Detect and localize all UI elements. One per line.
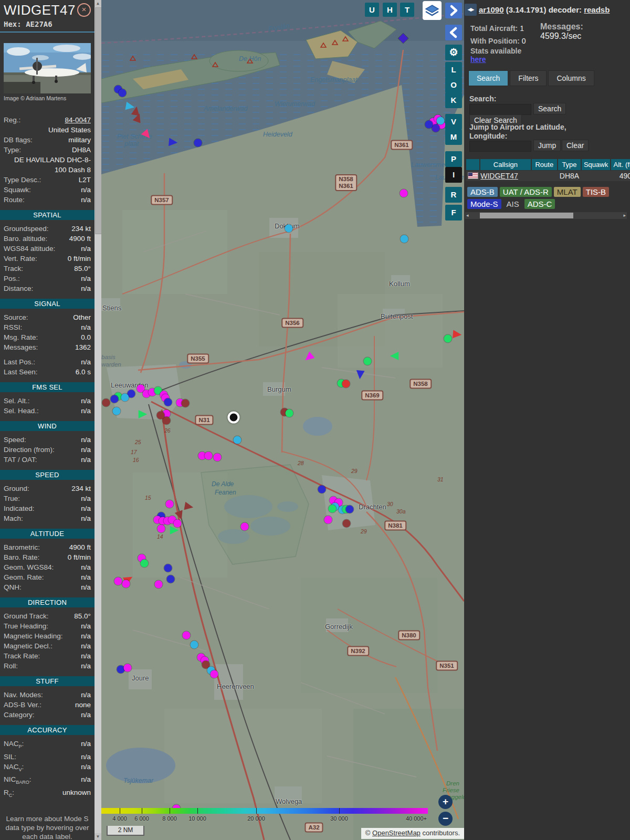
zoom-out-button[interactable]: − <box>438 812 453 826</box>
column-header[interactable]: Alt. (ft) <box>611 159 630 170</box>
aircraft-marker[interactable] <box>183 632 191 639</box>
registration-link[interactable]: 84-0047 <box>65 116 91 124</box>
filter-badge-tis-b[interactable]: TIS-B <box>583 187 609 197</box>
aircraft-marker[interactable] <box>121 394 129 402</box>
layers-button[interactable] <box>423 1 442 20</box>
aircraft-marker[interactable] <box>141 560 149 568</box>
map-button-H[interactable]: H <box>383 3 397 17</box>
filter-badge-ais[interactable]: AIS <box>503 199 522 209</box>
map-button-F[interactable]: F <box>445 205 462 220</box>
hscroll-thumb[interactable] <box>480 213 573 218</box>
gear-icon[interactable]: ⚙ <box>445 45 462 60</box>
close-icon[interactable]: × <box>77 3 91 17</box>
aircraft-marker[interactable] <box>234 436 242 444</box>
aircraft-marker[interactable] <box>191 641 198 649</box>
aircraft-marker[interactable] <box>211 670 218 678</box>
column-header[interactable]: Callsign <box>480 159 530 170</box>
aircraft-marker[interactable] <box>364 358 372 365</box>
decoder-link[interactable]: readsb <box>584 5 610 14</box>
osm-link[interactable]: OpenStreetMap <box>372 829 421 837</box>
filter-badge-mode-s[interactable]: Mode-S <box>467 199 501 209</box>
table-row[interactable]: WIDGET47DH8A4900 <box>466 171 630 181</box>
aircraft-marker[interactable] <box>102 399 110 407</box>
tab-search[interactable]: Search <box>468 70 508 86</box>
filter-badge-ads-c[interactable]: ADS-C <box>524 199 555 209</box>
aircraft-marker[interactable] <box>318 486 326 494</box>
aircraft-marker[interactable] <box>425 121 433 129</box>
aircraft-marker[interactable] <box>158 525 165 533</box>
map-button-R[interactable]: R <box>445 187 462 203</box>
scroll-left-icon[interactable]: ◂ <box>466 212 469 219</box>
aircraft-marker[interactable] <box>214 454 222 461</box>
column-header[interactable]: Squawk <box>582 159 610 170</box>
search-input[interactable] <box>469 104 531 115</box>
map-button-K[interactable]: K <box>445 92 462 108</box>
app-name-link[interactable]: ar1090 <box>479 5 504 14</box>
jump-clear-button[interactable]: Clear <box>562 140 589 151</box>
aircraft-marker[interactable] <box>164 564 172 572</box>
aircraft-photo[interactable] <box>4 43 91 93</box>
aircraft-marker[interactable] <box>166 500 174 508</box>
aircraft-marker[interactable] <box>114 578 122 585</box>
aircraft-marker[interactable] <box>194 139 202 147</box>
aircraft-marker[interactable] <box>241 523 249 531</box>
aircraft-marker[interactable] <box>124 664 132 672</box>
aircraft-marker[interactable] <box>355 370 365 380</box>
filter-badge-ads-b[interactable]: ADS-B <box>467 187 498 197</box>
aircraft-marker[interactable] <box>168 137 178 148</box>
aircraft-marker[interactable] <box>119 89 127 97</box>
pan-left-icon[interactable] <box>445 25 462 40</box>
aircraft-marker[interactable] <box>444 335 452 343</box>
aircraft-marker[interactable] <box>111 395 119 403</box>
map-button-P[interactable]: P <box>445 151 462 167</box>
aircraft-marker[interactable] <box>164 398 172 406</box>
aircraft-marker[interactable] <box>182 400 190 407</box>
map-button-U[interactable]: U <box>365 3 379 17</box>
stats-here-link[interactable]: here <box>470 55 486 64</box>
aircraft-marker[interactable] <box>400 190 408 197</box>
aircraft-marker[interactable] <box>167 575 175 583</box>
aircraft-marker[interactable] <box>343 520 351 528</box>
aircraft-marker[interactable] <box>324 516 332 524</box>
map-button-M[interactable]: M <box>445 129 462 145</box>
map-button-T[interactable]: T <box>400 3 414 17</box>
column-header[interactable]: Type <box>558 159 581 170</box>
tab-columns[interactable]: Columns <box>548 70 594 86</box>
filter-badge-mlat[interactable]: MLAT <box>554 187 581 197</box>
zoom-in-button[interactable]: + <box>438 795 453 809</box>
aircraft-marker[interactable] <box>401 235 408 243</box>
aircraft-marker[interactable] <box>285 225 293 233</box>
jump-input[interactable] <box>469 141 531 152</box>
aircraft-marker[interactable] <box>205 452 213 460</box>
scroll-up-icon[interactable]: ▲ <box>94 0 101 7</box>
aircraft-marker[interactable] <box>437 117 445 125</box>
map-button-I[interactable]: I <box>445 167 462 183</box>
aircraft-marker[interactable] <box>122 580 130 588</box>
column-header[interactable] <box>466 159 479 170</box>
aircraft-marker[interactable] <box>113 407 121 415</box>
search-button[interactable]: Search <box>533 103 566 114</box>
aircraft-marker[interactable] <box>329 505 337 513</box>
aircraft-marker[interactable] <box>452 329 463 340</box>
aircraft-marker[interactable] <box>286 410 293 417</box>
aircraft-marker[interactable] <box>390 351 399 361</box>
aircraft-marker[interactable] <box>184 501 195 512</box>
scroll-right-icon[interactable]: ▸ <box>623 212 626 219</box>
map-button-L[interactable]: L <box>445 62 462 78</box>
selected-aircraft-marker[interactable] <box>228 412 240 424</box>
table-horizontal-scrollbar[interactable]: ◂ ▸ <box>465 212 627 219</box>
aircraft-marker[interactable] <box>342 380 350 388</box>
jump-button[interactable]: Jump <box>533 140 561 151</box>
aircraft-marker[interactable] <box>138 410 148 419</box>
map-button-V[interactable]: V <box>445 114 462 130</box>
pan-right-icon[interactable] <box>445 3 462 18</box>
panel-collapse-button[interactable]: ◀▶ <box>465 4 477 16</box>
filter-badge-uat-ads-r[interactable]: UAT / ADS-R <box>500 187 552 197</box>
map-canvas[interactable]: FryslânDe HônEngelsmanplaatAmelanderwadW… <box>101 0 464 840</box>
aircraft-marker[interactable] <box>155 581 163 589</box>
tab-filters[interactable]: Filters <box>510 70 547 86</box>
aircraft-marker[interactable] <box>157 412 165 419</box>
aircraft-marker[interactable] <box>170 526 179 535</box>
column-header[interactable]: Route <box>532 159 558 170</box>
callsign-link[interactable]: WIDGET47 <box>480 172 518 180</box>
